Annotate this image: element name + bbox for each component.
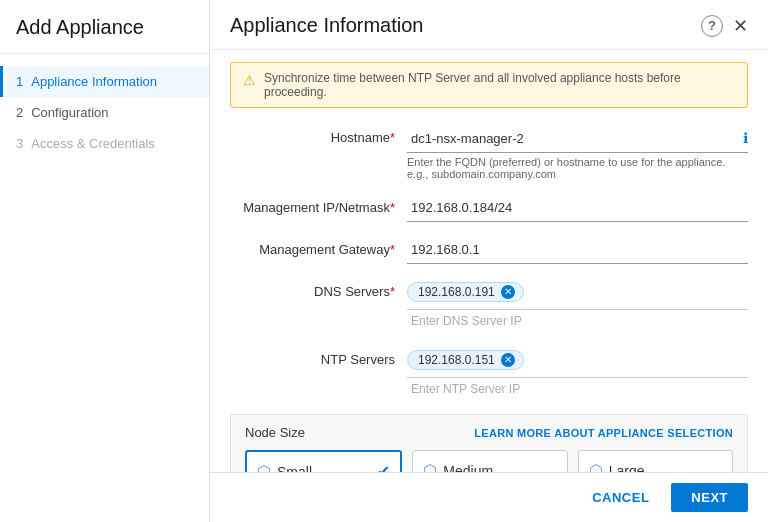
dns-tag-1-remove[interactable]: ✕ <box>501 285 515 299</box>
alert-banner: ⚠ Synchronize time between NTP Server an… <box>230 62 748 108</box>
step-1-num: 1 <box>16 74 23 89</box>
node-card-small[interactable]: ⬡ Small ✔ 4 vCPU 16 GB RAM 300 GB storag… <box>245 450 402 472</box>
node-small-icon: ⬡ <box>257 462 271 472</box>
node-card-large-header: ⬡ Large <box>589 461 722 472</box>
mgmt-ip-row: Management IP/Netmask* <box>230 194 748 222</box>
node-card-small-header: ⬡ Small ✔ <box>257 462 390 472</box>
hostname-input-container: ℹ <box>407 124 748 153</box>
hostname-input-wrap: ℹ Enter the FQDN (preferred) or hostname… <box>407 124 748 180</box>
ntp-tag-1-remove[interactable]: ✕ <box>501 353 515 367</box>
footer: CANCEL NEXT <box>210 472 768 522</box>
hostname-row: Hostname* ℹ Enter the FQDN (preferred) o… <box>230 124 748 180</box>
node-size-title: Node Size <box>245 425 305 440</box>
help-icon[interactable]: ? <box>701 15 723 37</box>
step-3-num: 3 <box>16 136 23 151</box>
sidebar-steps: 1 Appliance Information 2 Configuration … <box>0 54 209 171</box>
node-card-small-name: Small <box>277 464 312 473</box>
node-card-medium-name: Medium <box>443 463 493 473</box>
dns-tags[interactable]: 192.168.0.191 ✕ <box>407 278 748 310</box>
sidebar-step-3: 3 Access & Credentials <box>0 128 209 159</box>
main-title: Appliance Information <box>230 14 423 37</box>
next-button[interactable]: NEXT <box>671 483 748 512</box>
node-card-large-title-row: ⬡ Large <box>589 461 645 472</box>
node-cards: ⬡ Small ✔ 4 vCPU 16 GB RAM 300 GB storag… <box>245 450 733 472</box>
dns-tag-1-value: 192.168.0.191 <box>418 285 495 299</box>
header-icons: ? ✕ <box>701 15 748 37</box>
main-panel: Appliance Information ? ✕ ⚠ Synchronize … <box>210 0 768 522</box>
sidebar-step-2[interactable]: 2 Configuration <box>0 97 209 128</box>
ntp-label: NTP Servers <box>230 346 395 367</box>
node-card-small-title-row: ⬡ Small <box>257 462 312 472</box>
node-card-large-name: Large <box>609 463 645 473</box>
dns-row: DNS Servers* 192.168.0.191 ✕ Enter DNS S… <box>230 278 748 332</box>
ntp-tags[interactable]: 192.168.0.151 ✕ <box>407 346 748 378</box>
ntp-placeholder: Enter NTP Server IP <box>407 378 748 400</box>
hostname-hint: Enter the FQDN (preferred) or hostname t… <box>407 156 748 180</box>
ntp-row: NTP Servers 192.168.0.151 ✕ Enter NTP Se… <box>230 346 748 400</box>
hostname-info-icon[interactable]: ℹ <box>743 130 748 146</box>
sidebar-step-1[interactable]: 1 Appliance Information <box>0 66 209 97</box>
step-2-label: Configuration <box>31 105 108 120</box>
form-area: Hostname* ℹ Enter the FQDN (preferred) o… <box>210 116 768 472</box>
alert-text: Synchronize time between NTP Server and … <box>264 71 735 99</box>
cancel-button[interactable]: CANCEL <box>580 484 661 511</box>
ntp-tag-1-value: 192.168.0.151 <box>418 353 495 367</box>
dns-label: DNS Servers* <box>230 278 395 299</box>
dns-tag-1: 192.168.0.191 ✕ <box>407 282 524 302</box>
mgmt-gw-input[interactable] <box>407 236 748 264</box>
sidebar: Add Appliance 1 Appliance Information 2 … <box>0 0 210 522</box>
node-card-large[interactable]: ⬡ Large 12 vCPU 48 GB RAM 300 GB storage <box>578 450 733 472</box>
dns-input-wrap: 192.168.0.191 ✕ Enter DNS Server IP <box>407 278 748 332</box>
node-small-check-icon: ✔ <box>377 462 390 472</box>
sidebar-title: Add Appliance <box>0 0 209 54</box>
main-header: Appliance Information ? ✕ <box>210 0 768 50</box>
step-3-label: Access & Credentials <box>31 136 155 151</box>
node-size-section: Node Size LEARN MORE ABOUT APPLIANCE SEL… <box>230 414 748 472</box>
mgmt-gw-row: Management Gateway* <box>230 236 748 264</box>
node-large-icon: ⬡ <box>589 461 603 472</box>
mgmt-gw-label: Management Gateway* <box>230 236 395 257</box>
warning-icon: ⚠ <box>243 72 256 88</box>
hostname-input[interactable] <box>407 124 739 152</box>
node-medium-icon: ⬡ <box>423 461 437 472</box>
dns-placeholder: Enter DNS Server IP <box>407 310 748 332</box>
ntp-tag-1: 192.168.0.151 ✕ <box>407 350 524 370</box>
node-card-medium-title-row: ⬡ Medium <box>423 461 493 472</box>
mgmt-ip-input[interactable] <box>407 194 748 222</box>
node-size-header: Node Size LEARN MORE ABOUT APPLIANCE SEL… <box>245 425 733 440</box>
node-card-medium-header: ⬡ Medium <box>423 461 556 472</box>
close-icon[interactable]: ✕ <box>733 15 748 37</box>
step-1-label: Appliance Information <box>31 74 157 89</box>
hostname-label: Hostname* <box>230 124 395 145</box>
mgmt-ip-label: Management IP/Netmask* <box>230 194 395 215</box>
mgmt-gw-input-wrap <box>407 236 748 264</box>
mgmt-ip-input-wrap <box>407 194 748 222</box>
learn-more-link[interactable]: LEARN MORE ABOUT APPLIANCE SELECTION <box>474 427 733 439</box>
node-card-medium[interactable]: ⬡ Medium 6 vCPU 24 GB RAM 300 GB storage <box>412 450 567 472</box>
ntp-input-wrap: 192.168.0.151 ✕ Enter NTP Server IP <box>407 346 748 400</box>
step-2-num: 2 <box>16 105 23 120</box>
